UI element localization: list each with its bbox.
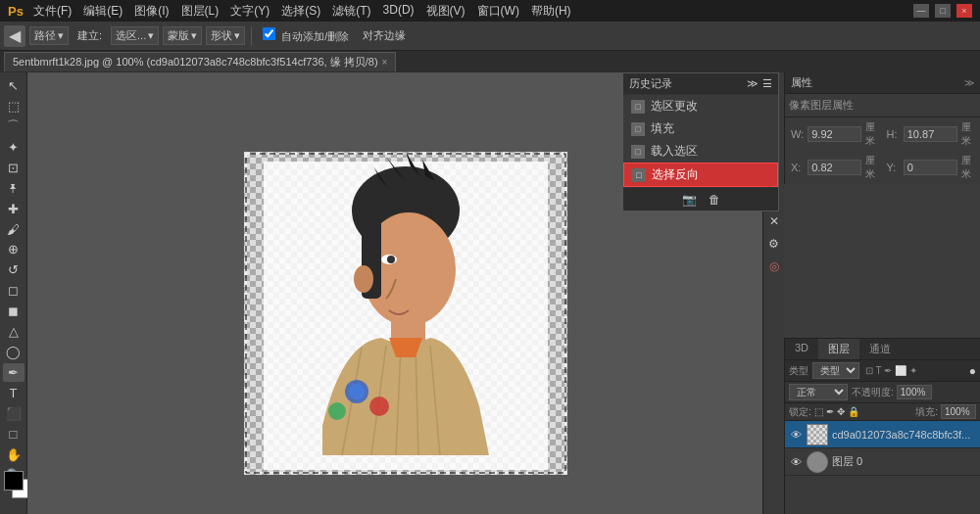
props-y-unit: 厘米 bbox=[961, 154, 974, 181]
menu-file[interactable]: 文件(F) bbox=[33, 3, 72, 20]
toolbar-back-icon[interactable]: ◀ bbox=[4, 25, 25, 47]
props-x-label: X: bbox=[791, 162, 804, 173]
history-delete-icon[interactable]: 🗑 bbox=[709, 193, 720, 207]
close-button[interactable]: × bbox=[956, 4, 972, 18]
history-snapshot-icon[interactable]: 📷 bbox=[682, 193, 697, 207]
tool-eraser[interactable]: ◻ bbox=[3, 281, 24, 300]
tool-eyedropper[interactable]: 🖈 bbox=[3, 179, 24, 198]
tool-lasso[interactable]: ⌒ bbox=[3, 117, 24, 136]
tool-magic-wand[interactable]: ✦ bbox=[3, 138, 24, 157]
toolbar-shape-dropdown[interactable]: 形状▾ bbox=[206, 26, 245, 45]
opacity-input[interactable] bbox=[897, 385, 932, 399]
tool-blur[interactable]: △ bbox=[3, 322, 24, 341]
props-w-input[interactable] bbox=[808, 126, 861, 142]
tab-channels[interactable]: 通道 bbox=[859, 339, 901, 359]
blend-mode-dropdown[interactable]: 正常 bbox=[789, 384, 848, 400]
tab-layers[interactable]: 图层 bbox=[818, 339, 859, 359]
menu-select[interactable]: 选择(S) bbox=[281, 3, 320, 20]
toolbar-mask-dropdown[interactable]: 蒙版▾ bbox=[163, 26, 202, 45]
props-xy-row: X: 厘米 Y: 厘米 bbox=[785, 151, 980, 184]
right-tool-7[interactable]: ✕ bbox=[764, 211, 784, 231]
tool-dodge[interactable]: ◯ bbox=[3, 343, 24, 361]
history-item-2[interactable]: □ 载入选区 bbox=[623, 140, 778, 163]
history-icon-3: □ bbox=[632, 168, 646, 182]
properties-header: 属性 ≫ bbox=[785, 72, 980, 94]
maximize-button[interactable]: □ bbox=[935, 4, 951, 18]
tool-hand[interactable]: ✋ bbox=[3, 445, 24, 464]
menu-filter[interactable]: 滤镜(T) bbox=[332, 3, 370, 20]
right-tool-8[interactable]: ⚙ bbox=[764, 234, 784, 254]
auto-add-checkbox[interactable] bbox=[263, 27, 275, 40]
lock-transparent-icon[interactable]: ⬚ bbox=[814, 406, 823, 417]
lock-move-icon[interactable]: ✥ bbox=[837, 406, 845, 417]
menu-3d[interactable]: 3D(D) bbox=[383, 3, 415, 20]
layer-item-1[interactable]: 👁 图层 0 bbox=[785, 448, 980, 476]
foreground-color-swatch[interactable] bbox=[4, 471, 24, 491]
menu-layer[interactable]: 图层(L) bbox=[181, 3, 220, 20]
tool-brush[interactable]: 🖌 bbox=[3, 220, 24, 239]
tool-heal[interactable]: ✚ bbox=[3, 200, 24, 218]
tool-select-rect[interactable]: ⬚ bbox=[3, 97, 24, 116]
menu-group: Ps 文件(F) 编辑(E) 图像(I) 图层(L) 文字(Y) 选择(S) 滤… bbox=[8, 3, 913, 20]
right-tool-9[interactable]: ◎ bbox=[764, 257, 784, 276]
menu-help[interactable]: 帮助(H) bbox=[531, 3, 571, 20]
menu-image[interactable]: 图像(I) bbox=[134, 3, 169, 20]
layers-tabs: 3D 图层 通道 bbox=[785, 339, 980, 360]
tool-clone[interactable]: ⊕ bbox=[3, 241, 24, 259]
history-item-1[interactable]: □ 填充 bbox=[623, 117, 778, 140]
toolbar-selection-dropdown[interactable]: 选区...▾ bbox=[111, 26, 159, 45]
file-tab[interactable]: 5entbmrft1k28.jpg @ 100% (cd9a012073a8c7… bbox=[4, 52, 396, 71]
window-controls: — □ × bbox=[913, 4, 972, 18]
menu-window[interactable]: 窗口(W) bbox=[477, 3, 519, 20]
left-tool-panel: ↖ ⬚ ⌒ ✦ ⊡ 🖈 ✚ 🖌 ⊕ ↺ ◻ ◼ △ ◯ ✒ T ⬛ □ ✋ 🔍 bbox=[0, 72, 27, 514]
options-toolbar: ◀ 路径▾ 建立: 选区...▾ 蒙版▾ 形状▾ 自动添加/删除 对齐边缘 bbox=[0, 22, 980, 51]
history-item-0[interactable]: □ 选区更改 bbox=[623, 95, 778, 117]
opacity-label: 不透明度: bbox=[852, 386, 894, 399]
layer-item-0[interactable]: 👁 cd9a012073a8c748c8bfc3f... bbox=[785, 421, 980, 448]
toolbar-align-edge[interactable]: 对齐边缘 bbox=[358, 26, 411, 45]
history-label-3: 选择反向 bbox=[652, 166, 699, 183]
history-menu-icon[interactable]: ☰ bbox=[762, 77, 772, 90]
properties-panel: 属性 ≫ 像素图层属性 W: 厘米 H: 厘米 X: 厘米 Y: 厘米 bbox=[784, 72, 980, 184]
layers-filter-row: 类型 类型 ⊡ T ✒ ⬜ ✦ ● bbox=[785, 360, 980, 382]
properties-expand-icon[interactable]: ≫ bbox=[964, 77, 974, 88]
history-panel: 历史记录 ≫ ☰ □ 选区更改 □ 填充 □ 载入选区 □ 选择反向 📷 🗑 bbox=[622, 72, 779, 211]
lock-brush-icon[interactable]: ✒ bbox=[826, 406, 834, 417]
menu-text[interactable]: 文字(Y) bbox=[230, 3, 270, 20]
minimize-button[interactable]: — bbox=[913, 4, 929, 18]
fill-row: 填充: bbox=[915, 404, 976, 419]
props-w-unit: 厘米 bbox=[865, 120, 878, 148]
props-h-input[interactable] bbox=[904, 126, 957, 142]
props-x-input[interactable] bbox=[808, 160, 861, 175]
filter-type-dropdown[interactable]: 类型 bbox=[812, 362, 859, 379]
tool-pen[interactable]: ✒ bbox=[3, 363, 24, 382]
tool-crop[interactable]: ⊡ bbox=[3, 159, 24, 177]
props-w-label: W: bbox=[791, 128, 804, 140]
toolbar-auto-add[interactable]: 自动添加/删除 bbox=[258, 25, 354, 46]
toolbar-path-dropdown[interactable]: 路径▾ bbox=[29, 26, 69, 45]
tool-gradient[interactable]: ◼ bbox=[3, 302, 24, 320]
tab-close-button[interactable]: × bbox=[382, 57, 388, 68]
tool-text[interactable]: T bbox=[3, 384, 24, 402]
tool-move[interactable]: ↖ bbox=[3, 76, 24, 95]
history-icon-1: □ bbox=[631, 122, 645, 136]
lock-label: 锁定: bbox=[789, 405, 811, 419]
history-expand-icon[interactable]: ≫ bbox=[747, 77, 759, 90]
props-h-label: H: bbox=[887, 128, 900, 140]
history-header: 历史记录 ≫ ☰ bbox=[623, 73, 778, 95]
layer-eye-1[interactable]: 👁 bbox=[789, 455, 803, 469]
filter-icons: ⊡ T ✒ ⬜ ✦ bbox=[865, 365, 917, 376]
props-y-input[interactable] bbox=[904, 160, 957, 175]
toolbar-build: 建立: bbox=[73, 26, 107, 45]
tool-path-select[interactable]: ⬛ bbox=[3, 404, 24, 423]
tool-shape[interactable]: □ bbox=[3, 425, 24, 444]
tab-3d[interactable]: 3D bbox=[785, 339, 818, 359]
menu-view[interactable]: 视图(V) bbox=[426, 3, 466, 20]
tool-history-brush[interactable]: ↺ bbox=[3, 260, 24, 279]
filter-toggle[interactable]: ● bbox=[969, 364, 976, 378]
menu-edit[interactable]: 编辑(E) bbox=[83, 3, 122, 20]
lock-all-icon[interactable]: 🔒 bbox=[848, 406, 859, 417]
layer-eye-0[interactable]: 👁 bbox=[789, 428, 803, 442]
history-item-3[interactable]: □ 选择反向 bbox=[623, 163, 778, 187]
fill-input[interactable] bbox=[941, 404, 976, 419]
